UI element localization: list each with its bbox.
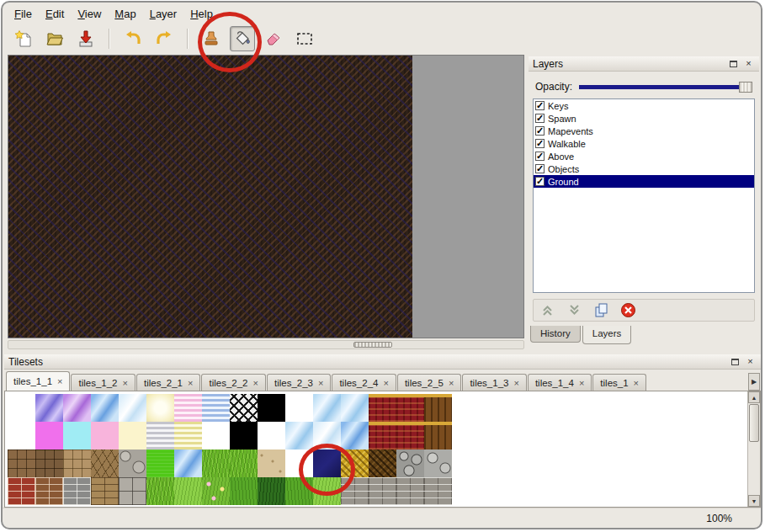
tile-cream[interactable] <box>119 422 146 450</box>
tile-carpet-red[interactable] <box>396 394 424 422</box>
tile-pale-yellow[interactable] <box>146 394 174 422</box>
opacity-slider-handle[interactable] <box>739 82 752 93</box>
close-tab-icon[interactable]: × <box>318 379 323 387</box>
undo-button[interactable] <box>120 26 146 51</box>
raise-layer-button[interactable] <box>539 302 555 319</box>
fill-tool-button[interactable] <box>230 26 255 51</box>
close-tab-icon[interactable]: × <box>188 379 193 387</box>
tileset-tab-tiles_2_1[interactable]: tiles_2_1× <box>136 374 200 391</box>
tile-green-bright[interactable] <box>146 450 174 477</box>
float-panel-icon[interactable] <box>727 58 740 70</box>
layer-checkbox-above[interactable]: ✓ <box>535 152 545 161</box>
tile-white[interactable] <box>285 394 313 422</box>
rect-select-tool-button[interactable] <box>292 26 317 51</box>
layer-row-ground[interactable]: ✓Ground <box>534 175 754 188</box>
layer-row-objects[interactable]: ✓Objects <box>534 162 754 175</box>
tile-stripes-gray[interactable] <box>146 422 174 450</box>
map-h-scrollbar[interactable] <box>8 340 524 349</box>
tile-cyan[interactable] <box>63 422 91 450</box>
close-panel-icon[interactable]: × <box>744 356 757 368</box>
save-map-button[interactable] <box>73 26 98 51</box>
close-panel-icon[interactable]: × <box>742 58 755 70</box>
layer-checkbox-spawn[interactable]: ✓ <box>535 114 545 123</box>
tileset-tab-tiles_2_4[interactable]: tiles_2_4× <box>332 374 396 391</box>
layer-row-mapevents[interactable]: ✓Mapevents <box>534 125 754 137</box>
tile-rocks-gray[interactable] <box>396 450 424 477</box>
tile-water-blue[interactable] <box>91 394 119 422</box>
close-tab-icon[interactable]: × <box>579 379 584 387</box>
tile-brick-grayrow[interactable] <box>369 477 396 505</box>
tile-navy-dark[interactable] <box>313 450 341 477</box>
tile-brick-tan[interactable] <box>91 477 119 505</box>
tile-stripes-pink[interactable] <box>174 394 202 422</box>
tile-brick-grayrow[interactable] <box>424 477 452 505</box>
close-tab-icon[interactable]: × <box>513 379 518 387</box>
tileset-tab-tiles_1_2[interactable]: tiles_1_2× <box>71 374 135 391</box>
tile-white[interactable] <box>8 394 35 422</box>
menu-file[interactable]: File <box>8 4 39 24</box>
tile-rocks-gray2[interactable] <box>424 450 452 477</box>
menu-help[interactable]: Help <box>183 4 220 24</box>
tile-carpet-red[interactable] <box>396 422 424 450</box>
tileset-tab-tiles_2_5[interactable]: tiles_2_5× <box>397 374 461 391</box>
menu-map[interactable]: Map <box>108 4 142 24</box>
tileset-v-scrollbar[interactable]: ▲ ▼ <box>747 391 760 507</box>
tile-brick-gray[interactable] <box>63 477 91 505</box>
tile-grass-flower[interactable] <box>202 477 230 505</box>
tile-mud-cracked[interactable] <box>91 450 119 477</box>
tileset-tab-tiles_1_3[interactable]: tiles_1_3× <box>462 374 526 391</box>
tile-green-mid[interactable] <box>230 477 258 505</box>
tile-grass-light[interactable] <box>174 477 202 505</box>
layer-checkbox-mapevents[interactable]: ✓ <box>535 126 545 136</box>
tile-white[interactable] <box>8 422 35 450</box>
tile-white[interactable] <box>258 422 285 450</box>
tile-white[interactable] <box>285 450 313 477</box>
menu-view[interactable]: View <box>71 4 108 24</box>
lower-layer-button[interactable] <box>566 302 582 319</box>
map-canvas[interactable] <box>8 56 412 338</box>
tile-water-violet[interactable] <box>35 394 63 422</box>
tile-wood-brown[interactable] <box>424 422 452 450</box>
panel-tab-history[interactable]: History <box>530 326 581 343</box>
opacity-slider[interactable] <box>579 81 752 93</box>
tile-weave-brown[interactable] <box>369 450 396 477</box>
tile-water-blue[interactable] <box>341 422 369 450</box>
tile-diamond-check[interactable] <box>230 394 258 422</box>
delete-layer-button[interactable] <box>619 302 636 319</box>
tile-brick-grayrow[interactable] <box>396 477 424 505</box>
layer-checkbox-keys[interactable]: ✓ <box>535 101 545 110</box>
open-map-button[interactable] <box>42 26 67 51</box>
tile-sand[interactable] <box>258 450 285 477</box>
tile-grass-green[interactable] <box>146 477 174 505</box>
tile-brick-red[interactable] <box>8 477 35 505</box>
layer-checkbox-walkable[interactable]: ✓ <box>535 139 545 148</box>
tile-green-dark[interactable] <box>258 477 285 505</box>
tile-black[interactable] <box>258 394 285 422</box>
tile-brick-brown[interactable] <box>35 477 63 505</box>
panel-tab-layers[interactable]: Layers <box>582 326 632 344</box>
close-tab-icon[interactable]: × <box>57 377 62 386</box>
duplicate-layer-button[interactable] <box>592 302 609 319</box>
tile-stone-brown[interactable] <box>8 450 35 477</box>
close-tab-icon[interactable]: × <box>449 379 454 387</box>
layer-row-walkable[interactable]: ✓Walkable <box>534 137 754 150</box>
tile-white[interactable] <box>202 422 230 450</box>
menu-layer[interactable]: Layer <box>143 4 184 24</box>
tileset-tab-tiles_1_4[interactable]: tiles_1_4× <box>528 374 592 391</box>
eraser-tool-button[interactable] <box>261 26 286 51</box>
tile-stripes-yellow[interactable] <box>174 422 202 450</box>
tile-green-mid[interactable] <box>285 477 313 505</box>
tileset-tab-tiles_2_3[interactable]: tiles_2_3× <box>267 374 331 391</box>
tab-scroll-right-button[interactable]: ▶ <box>748 373 760 391</box>
layer-checkbox-ground[interactable]: ✓ <box>535 177 545 186</box>
layer-row-spawn[interactable]: ✓Spawn <box>534 112 754 125</box>
tile-stone-brown2[interactable] <box>35 450 63 477</box>
tileset-tab-tiles_1_1[interactable]: tiles_1_1× <box>6 371 70 391</box>
stamp-tool-button[interactable] <box>199 26 224 51</box>
tile-black[interactable] <box>230 422 258 450</box>
layer-checkbox-objects[interactable]: ✓ <box>535 164 545 173</box>
close-tab-icon[interactable]: × <box>123 379 128 387</box>
tile-grass-green[interactable] <box>202 450 230 477</box>
tile-water-pale[interactable] <box>119 394 146 422</box>
layer-row-above[interactable]: ✓Above <box>534 150 754 162</box>
